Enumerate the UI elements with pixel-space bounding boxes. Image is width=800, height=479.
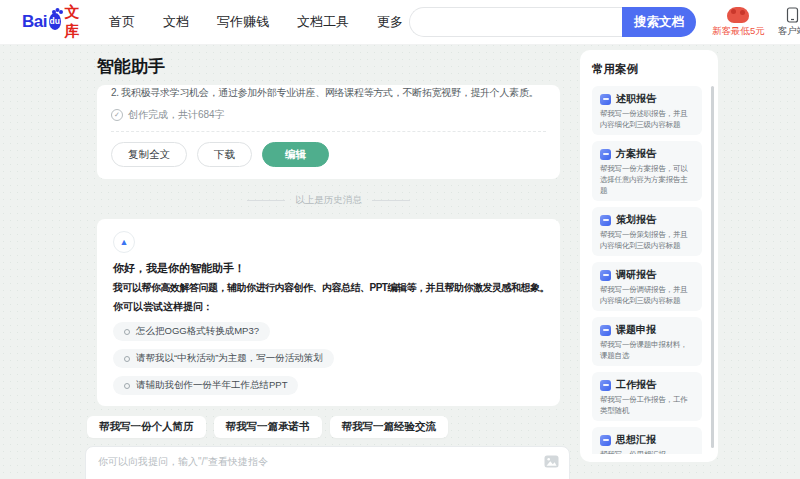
report-icon (600, 435, 611, 446)
sidebar-scrollbar[interactable] (711, 86, 714, 448)
composer-input[interactable] (98, 455, 537, 479)
assistant-intro: 我可以帮你高效解答问题，辅助你进行内容创作、内容总结、PPT编辑等，并且帮助你激… (113, 280, 544, 295)
copy-full-text-button[interactable]: 复制全文 (111, 142, 187, 167)
common-cases-panel: 常用案例 述职报告 帮我写一份述职报告，并且内容细化到三级内容标题 方案报告 帮… (580, 50, 718, 462)
navbar-right-cluster: 新客最低5元 客户端 看过 (712, 7, 800, 38)
chip-bullet-icon (124, 356, 130, 362)
suggestion-chip-label: 怎么把OGG格式转换成MP3? (136, 325, 259, 338)
case-title: 工作报告 (616, 378, 656, 392)
baidu-wenku-logo[interactable]: Bai du 文库 (22, 3, 85, 41)
case-card-plan-report[interactable]: 方案报告 帮我写一份方案报告，可以选择任意内容为方案报告主题 (592, 141, 702, 201)
case-desc: 帮我写一份工作报告，工作类型随机 (600, 394, 694, 416)
check-circle-icon: ✓ (111, 109, 123, 121)
case-card-planning-report[interactable]: 策划报告 帮我写一份策划报告，并且内容细化到三级内容标题 (592, 207, 702, 256)
search-bar: 搜索文档 (409, 7, 696, 37)
history-divider-label: 以上是历史消息 (85, 194, 572, 207)
nav-link-doc-tools[interactable]: 文档工具 (291, 9, 355, 35)
promo-label: 新客最低5元 (712, 25, 765, 38)
logo-wenku-text: 文库 (65, 3, 85, 41)
quick-prompt-resume[interactable]: 帮我写一份个人简历 (87, 416, 206, 438)
suggestion-chip-label: 请帮我以“中秋活动”为主题，写一份活动策划 (136, 352, 323, 365)
edit-button[interactable]: 编辑 (262, 142, 329, 167)
case-title: 课题申报 (616, 323, 656, 337)
assistant-main-column: 智能助手 2. 我积极寻求学习机会，通过参加外部专业讲座、网络课程等方式，不断拓… (85, 45, 572, 479)
phone-icon (785, 7, 800, 23)
image-upload-icon[interactable] (544, 455, 559, 468)
client-label: 客户端 (778, 25, 800, 38)
quick-prompt-commitment[interactable]: 帮我写一篇承诺书 (214, 416, 322, 438)
common-cases-title: 常用案例 (592, 62, 708, 77)
suggestion-chip[interactable]: 请辅助我创作一份半年工作总结PPT (113, 376, 298, 395)
case-desc: 帮我写一份方案报告，可以选择任意内容为方案报告主题 (600, 163, 694, 196)
assistant-avatar-icon: ▲ (113, 231, 135, 253)
case-list: 述职报告 帮我写一份述职报告，并且内容细化到三级内容标题 方案报告 帮我写一份方… (592, 86, 708, 454)
logo-bai-text: Bai (22, 12, 47, 32)
nav-link-home[interactable]: 首页 (103, 9, 141, 35)
case-title: 方案报告 (616, 147, 656, 161)
screen: Bai du 文库 首页 文档 写作赚钱 文档工具 更多 搜索文档 新客最低5元 (0, 0, 800, 479)
case-desc: 帮我写一份思想汇报 (600, 449, 694, 454)
case-card-debriefing-report[interactable]: 述职报告 帮我写一份述职报告，并且内容细化到三级内容标题 (592, 86, 702, 135)
assistant-greeting: 你好，我是你的智能助手！ (113, 261, 544, 276)
case-card-research-report[interactable]: 调研报告 帮我写一份调研报告，并且内容细化到三级内容标题 (592, 262, 702, 311)
report-icon (600, 149, 611, 160)
assistant-hint: 你可以尝试这样提问： (113, 299, 544, 314)
report-icon (600, 215, 611, 226)
history-actions: 复制全文 下载 编辑 (111, 142, 546, 167)
nav-links: 首页 文档 写作赚钱 文档工具 更多 (103, 9, 409, 35)
case-card-work-report[interactable]: 工作报告 帮我写一份工作报告，工作类型随机 (592, 372, 702, 421)
quick-prompt-tabs: 帮我写一份个人简历 帮我写一篇承诺书 帮我写一篇经验交流 (87, 416, 572, 438)
page-title: 智能助手 (97, 55, 572, 78)
case-title: 述职报告 (616, 92, 656, 106)
client-entry[interactable]: 客户端 (778, 7, 800, 38)
case-card-project-application[interactable]: 课题申报 帮我写一份课题申报材料，课题自选 (592, 317, 702, 366)
download-button[interactable]: 下载 (197, 142, 252, 167)
promo-entry[interactable]: 新客最低5元 (712, 7, 765, 38)
report-icon (600, 270, 611, 281)
chip-bullet-icon (124, 329, 130, 335)
case-title: 思想汇报 (616, 433, 656, 447)
creation-status-row: ✓ 创作完成，共计684字 (111, 108, 546, 122)
nav-link-writing-earn[interactable]: 写作赚钱 (211, 9, 275, 35)
case-desc: 帮我写一份述职报告，并且内容细化到三级内容标题 (600, 108, 694, 130)
case-card-thought-report[interactable]: 思想汇报 帮我写一份思想汇报 (592, 427, 702, 454)
baidu-paw-icon: du (49, 13, 61, 30)
suggestion-chips: 怎么把OGG格式转换成MP3? 请帮我以“中秋活动”为主题，写一份活动策划 请辅… (113, 322, 544, 395)
top-navbar: Bai du 文库 首页 文档 写作赚钱 文档工具 更多 搜索文档 新客最低5元 (0, 0, 800, 45)
message-composer: 0/400 ↵ (85, 446, 570, 479)
report-icon (600, 94, 611, 105)
case-title: 策划报告 (616, 213, 656, 227)
history-clipped-text: 2. 我积极寻求学习机会，通过参加外部专业讲座、网络课程等方式，不断拓宽视野，提… (111, 85, 546, 102)
nav-link-documents[interactable]: 文档 (157, 9, 195, 35)
search-input[interactable] (409, 7, 622, 37)
suggestion-chip-label: 请辅助我创作一份半年工作总结PPT (136, 379, 287, 392)
creation-status-text: 创作完成，共计684字 (128, 108, 225, 122)
report-icon (600, 380, 611, 391)
dashed-divider (111, 131, 546, 132)
chip-bullet-icon (124, 383, 130, 389)
history-message-card: 2. 我积极寻求学习机会，通过参加外部专业讲座、网络课程等方式，不断拓宽视野，提… (97, 85, 560, 179)
report-icon (600, 325, 611, 336)
case-desc: 帮我写一份策划报告，并且内容细化到三级内容标题 (600, 229, 694, 251)
case-title: 调研报告 (616, 268, 656, 282)
case-desc: 帮我写一份课题申报材料，课题自选 (600, 339, 694, 361)
promo-mascot-icon (727, 7, 749, 23)
suggestion-chip[interactable]: 请帮我以“中秋活动”为主题，写一份活动策划 (113, 349, 334, 368)
search-docs-button[interactable]: 搜索文档 (622, 7, 696, 37)
quick-prompt-experience[interactable]: 帮我写一篇经验交流 (330, 416, 449, 438)
assistant-welcome-card: ▲ 你好，我是你的智能助手！ 我可以帮你高效解答问题，辅助你进行内容创作、内容总… (97, 219, 560, 406)
suggestion-chip[interactable]: 怎么把OGG格式转换成MP3? (113, 322, 270, 341)
nav-link-more[interactable]: 更多 (371, 9, 409, 35)
case-desc: 帮我写一份调研报告，并且内容细化到三级内容标题 (600, 284, 694, 306)
